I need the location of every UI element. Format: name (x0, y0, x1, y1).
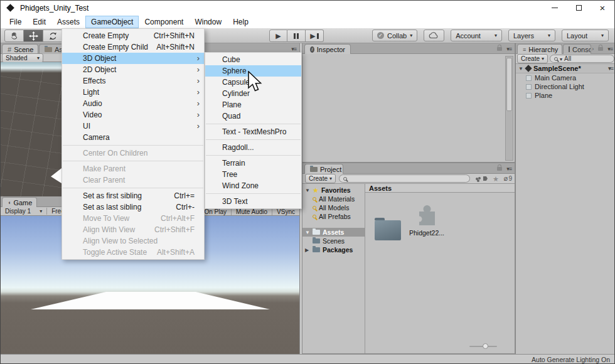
menu-item-set-last-sibling[interactable]: Set as last siblingCtrl+- (62, 201, 204, 213)
cloud-button[interactable] (424, 29, 444, 41)
move-tool-button[interactable] (24, 29, 43, 42)
inspector-menu-icon[interactable] (506, 46, 511, 52)
foldout-arrow-icon[interactable]: ▼ (305, 230, 310, 235)
inspector-scrollbar[interactable] (505, 56, 513, 161)
tab-hierarchy[interactable]: ≡ Hierarchy (517, 44, 562, 54)
mute-audio-toggle[interactable]: Mute Audio (232, 208, 272, 215)
submenu-item-ragdoll[interactable]: Ragdoll... (205, 142, 301, 153)
hand-tool-button[interactable] (4, 29, 24, 42)
menu-item-camera[interactable]: Camera (62, 132, 204, 143)
thumbnail-size-slider[interactable] (469, 343, 497, 350)
project-search-input[interactable] (339, 174, 470, 183)
submenu-item-terrain[interactable]: Terrain (205, 158, 301, 169)
submenu-item-wind-zone[interactable]: Wind Zone (205, 180, 301, 191)
step-button[interactable]: ▶ (306, 29, 324, 42)
foldout-arrow-icon[interactable]: ▼ (305, 188, 310, 193)
asset-scenes-folder[interactable]: Scenes (370, 201, 405, 235)
menu-item-3d-object[interactable]: 3D Object (62, 53, 204, 64)
maximize-button[interactable] (567, 1, 591, 15)
menu-separator (63, 145, 203, 146)
tab-inspector[interactable]: i Inspector (304, 44, 351, 54)
submenu-item-text-textmeshpro[interactable]: Text - TextMeshPro (205, 126, 301, 137)
menu-item-align-with-view: Align With ViewCtrl+Shift+F (62, 224, 204, 235)
favorites-star-icon[interactable]: ★ (493, 176, 499, 182)
tree-packages[interactable]: ▶ Packages (302, 245, 365, 254)
menu-window[interactable]: Window (190, 16, 227, 28)
tree-assets[interactable]: ▼ Assets (302, 228, 365, 237)
collab-dropdown[interactable]: Collab (372, 29, 417, 41)
search-icon (343, 177, 347, 181)
foldout-arrow-icon[interactable]: ▶ (305, 247, 310, 253)
project-tab-bar: Project (302, 163, 515, 174)
minimize-icon (552, 8, 558, 8)
submenu-item-plane[interactable]: Plane (205, 99, 301, 110)
asset-phidget-plugin[interactable]: Phidget22... (407, 201, 447, 237)
menu-gameobject[interactable]: GameObject (86, 16, 138, 28)
menu-edit[interactable]: Edit (28, 16, 51, 28)
tree-scenes[interactable]: Scenes (302, 237, 365, 245)
hierarchy-search-input[interactable]: All (550, 55, 614, 63)
menu-component[interactable]: Component (139, 16, 188, 28)
close-button[interactable]: × (591, 1, 614, 15)
tab-console[interactable]: Console (563, 44, 591, 54)
scrollbar-thumb[interactable] (506, 58, 512, 111)
tab-project[interactable]: Project (304, 164, 343, 174)
hierarchy-menu-icon[interactable] (607, 46, 612, 52)
menu-item-create-empty[interactable]: Create EmptyCtrl+Shift+N (62, 30, 204, 41)
hierarchy-create-dropdown[interactable]: Create (517, 54, 548, 63)
rotate-tool-button[interactable] (43, 29, 63, 42)
layout-dropdown[interactable]: Layout (562, 29, 609, 41)
menu-item-effects[interactable]: Effects (62, 75, 204, 87)
submenu-item-cube[interactable]: Cube (205, 54, 301, 65)
scene-context-menu-icon[interactable] (608, 65, 613, 72)
tab-scene[interactable]: # Scene (2, 44, 38, 54)
scene-header-row[interactable]: ▼ SampleScene* (516, 64, 615, 73)
search-query-icon (313, 197, 316, 201)
vsync-toggle[interactable]: VSync (272, 208, 299, 215)
close-icon: × (600, 5, 606, 11)
menu-item-light[interactable]: Light (62, 87, 204, 98)
lock-icon[interactable] (497, 47, 502, 51)
hierarchy-toolbar: Create All (516, 54, 615, 64)
menu-assets[interactable]: Assets (52, 16, 85, 28)
account-dropdown[interactable]: Account (451, 29, 502, 41)
tree-all-materials[interactable]: All Materials (302, 195, 365, 203)
tree-all-models[interactable]: All Models (302, 203, 365, 212)
project-menu-icon[interactable] (506, 166, 511, 172)
project-create-dropdown[interactable]: Create (305, 174, 336, 183)
scene-panel-menu-icon[interactable] (291, 46, 296, 52)
hidden-packages-icon[interactable]: ⌀9 (504, 174, 512, 183)
layers-dropdown[interactable]: Layers (508, 29, 555, 41)
play-button[interactable]: ▶ (269, 29, 287, 42)
foldout-arrow-icon[interactable]: ▼ (518, 66, 523, 72)
search-by-label-icon[interactable] (483, 176, 488, 181)
project-panel: Project Create ★ ⌀9 ▼ (302, 163, 515, 354)
submenu-item-tree[interactable]: Tree (205, 169, 301, 180)
lighting-status[interactable]: Auto Generate Lighting On (532, 356, 610, 363)
menu-file[interactable]: File (4, 16, 26, 28)
menu-item-ui[interactable]: UI (62, 120, 204, 132)
search-by-type-icon[interactable] (476, 178, 478, 180)
hierarchy-item-directional-light[interactable]: Directional Light (516, 82, 615, 91)
tab-game[interactable]: ◖ Game (2, 197, 37, 207)
submenu-item-3d-text[interactable]: 3D Text (205, 196, 301, 207)
hierarchy-item-plane[interactable]: Plane (516, 91, 615, 100)
menu-item-audio[interactable]: Audio (62, 98, 204, 109)
shading-mode-dropdown[interactable]: Shaded (2, 53, 43, 63)
menu-item-video[interactable]: Video (62, 109, 204, 120)
tree-all-prefabs[interactable]: All Prefabs (302, 212, 365, 221)
menu-item-set-first-sibling[interactable]: Set as first siblingCtrl+= (62, 190, 204, 201)
menu-item-create-empty-child[interactable]: Create Empty ChildAlt+Shift+N (62, 41, 204, 53)
lock-icon[interactable] (497, 167, 502, 171)
lock-icon[interactable] (598, 47, 603, 51)
search-filter-caret-icon[interactable] (560, 55, 562, 62)
pause-button[interactable] (287, 29, 306, 42)
menu-item-2d-object[interactable]: 2D Object (62, 64, 204, 75)
hierarchy-item-main-camera[interactable]: Main Camera (516, 73, 615, 82)
tab-scroll-chevron-icon[interactable]: › (592, 46, 594, 52)
minimize-button[interactable] (543, 1, 567, 15)
submenu-item-quad[interactable]: Quad (205, 110, 301, 122)
menu-help[interactable]: Help (228, 16, 254, 28)
tree-favorites[interactable]: ▼ ★ Favorites (302, 186, 365, 195)
display-dropdown[interactable]: Display 1 (1, 208, 47, 215)
